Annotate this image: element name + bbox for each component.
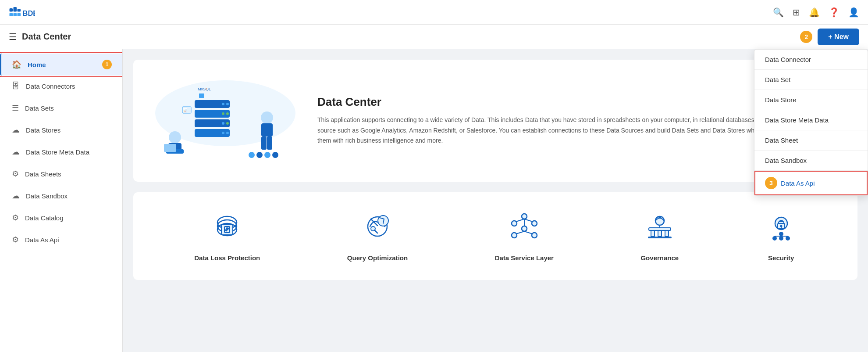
- page-title: Data Center: [22, 32, 71, 42]
- sidebar-label-home: Home: [28, 61, 46, 68]
- svg-text:MySQL: MySQL: [198, 87, 211, 91]
- dropdown-item-data-as-api[interactable]: 3 Data As Api: [754, 171, 868, 195]
- grid-icon[interactable]: ⊞: [793, 7, 800, 18]
- navbar-right: 🔍 ⊞ 🔔 ❓ 👤: [773, 7, 859, 18]
- svg-rect-27: [267, 136, 272, 150]
- sidebar-label-data-sheets: Data Sheets: [25, 170, 61, 178]
- svg-line-57: [516, 219, 524, 222]
- svg-line-56: [524, 219, 533, 222]
- data-service-layer-icon: [509, 211, 540, 247]
- feature-label-query-optimization: Query Optimization: [347, 254, 408, 262]
- search-icon[interactable]: 🔍: [773, 7, 784, 18]
- svg-point-44: [378, 216, 388, 226]
- sidebar-item-data-as-api[interactable]: ⚙ Data As Api: [0, 229, 122, 251]
- svg-point-29: [256, 151, 263, 158]
- svg-point-31: [272, 151, 279, 158]
- dropdown-item-data-set[interactable]: Data Set: [754, 70, 868, 90]
- governance-icon: [644, 211, 675, 247]
- navbar-left: BDB: [9, 4, 35, 20]
- data-store-meta-icon: ☁: [12, 147, 20, 157]
- step3-badge: 3: [765, 177, 777, 189]
- svg-rect-63: [648, 237, 672, 238]
- security-icon: [766, 211, 797, 247]
- sidebar-label-data-connectors: Data Connectors: [26, 83, 75, 90]
- svg-rect-32: [199, 93, 204, 98]
- features-card: Data Loss Protection Query Optimization: [133, 192, 857, 280]
- help-icon[interactable]: ❓: [829, 7, 840, 18]
- sidebar-label-data-catalog: Data Catalog: [25, 214, 64, 222]
- svg-rect-2: [18, 9, 21, 11]
- svg-point-18: [222, 132, 224, 134]
- data-connectors-icon: 🗄: [12, 82, 20, 91]
- sidebar-item-data-store-meta[interactable]: ☁ Data Store Meta Data: [0, 141, 122, 163]
- svg-point-47: [522, 214, 527, 219]
- svg-rect-23: [164, 144, 176, 152]
- svg-point-28: [248, 151, 255, 158]
- svg-rect-26: [261, 136, 267, 150]
- sidebar-item-data-sheets[interactable]: ⚙ Data Sheets: [0, 163, 122, 185]
- svg-rect-61: [658, 230, 662, 237]
- hero-illustration: MySQL f 📊: [151, 74, 300, 168]
- svg-text:📊: 📊: [183, 108, 187, 112]
- svg-line-45: [371, 219, 377, 226]
- svg-rect-0: [10, 8, 13, 12]
- svg-point-13: [226, 103, 229, 105]
- sidebar-label-data-sets: Data Sets: [25, 104, 54, 112]
- sidebar-item-data-sets[interactable]: ☰ Data Sets: [0, 97, 122, 119]
- svg-rect-3: [10, 13, 13, 16]
- sub-header: ☰ Data Center 2 + New: [0, 25, 868, 49]
- user-icon[interactable]: 👤: [848, 7, 859, 18]
- new-button[interactable]: + New: [818, 29, 859, 45]
- main-layout: 🏠 Home 1 🗄 Data Connectors ☰ Data Sets ☁…: [0, 49, 868, 352]
- step2-badge: 2: [800, 31, 812, 43]
- feature-data-loss-protection: Data Loss Protection: [194, 211, 260, 262]
- svg-point-14: [222, 112, 224, 115]
- svg-rect-60: [651, 230, 655, 237]
- feature-security: Security: [766, 211, 797, 262]
- svg-point-15: [226, 112, 229, 115]
- svg-point-42: [226, 227, 228, 230]
- feature-label-governance: Governance: [640, 254, 679, 262]
- feature-query-optimization: Query Optimization: [347, 211, 408, 262]
- hamburger-icon[interactable]: ☰: [9, 32, 17, 42]
- svg-point-16: [222, 122, 224, 125]
- svg-line-55: [524, 231, 533, 234]
- dropdown-item-data-connector[interactable]: Data Connector: [754, 50, 868, 70]
- svg-point-68: [786, 236, 790, 241]
- dropdown-item-data-sandbox[interactable]: Data Sandbox: [754, 151, 868, 171]
- sub-header-left: ☰ Data Center: [9, 32, 71, 42]
- sidebar-label-data-stores: Data Stores: [26, 126, 60, 134]
- dropdown-item-data-sheet[interactable]: Data Sheet: [754, 130, 868, 151]
- sidebar-item-data-catalog[interactable]: ⚙ Data Catalog: [0, 207, 122, 229]
- svg-point-69: [779, 236, 783, 241]
- sidebar-item-data-sandbox[interactable]: ☁ Data Sandbox: [0, 185, 122, 207]
- top-navbar: BDB 🔍 ⊞ 🔔 ❓ 👤: [0, 0, 868, 25]
- svg-text:BDB: BDB: [23, 9, 36, 17]
- svg-point-12: [222, 103, 224, 105]
- data-sheets-icon: ⚙: [12, 169, 19, 179]
- new-dropdown-menu: Data Connector Data Set Data Store Data …: [754, 49, 868, 196]
- app-logo[interactable]: BDB: [9, 4, 35, 20]
- data-as-api-icon: ⚙: [12, 235, 19, 244]
- bell-icon[interactable]: 🔔: [809, 7, 820, 18]
- data-sets-icon: ☰: [12, 103, 19, 113]
- data-sandbox-icon: ☁: [12, 191, 20, 201]
- svg-point-17: [226, 122, 229, 125]
- hero-card: MySQL f 📊 Data Center This application s…: [133, 60, 857, 182]
- sidebar-item-home[interactable]: 🏠 Home 1: [0, 54, 122, 75]
- data-as-api-badge-container: 3 Data As Api: [765, 177, 815, 189]
- data-loss-protection-icon: [212, 211, 242, 247]
- dropdown-item-data-store[interactable]: Data Store: [754, 90, 868, 110]
- sub-header-right: 2 + New: [800, 29, 859, 45]
- svg-rect-25: [261, 123, 273, 136]
- sidebar-item-data-stores[interactable]: ☁ Data Stores: [0, 119, 122, 141]
- svg-point-30: [264, 151, 271, 158]
- feature-governance: Governance: [640, 211, 679, 262]
- step1-badge: 1: [102, 60, 112, 69]
- sidebar-label-data-as-api: Data As Api: [25, 236, 59, 244]
- svg-point-49: [522, 226, 527, 231]
- dropdown-item-data-store-meta[interactable]: Data Store Meta Data: [754, 110, 868, 130]
- svg-rect-1: [14, 7, 17, 12]
- feature-data-service-layer: Data Service Layer: [495, 211, 554, 262]
- sidebar-item-data-connectors[interactable]: 🗄 Data Connectors: [0, 75, 122, 97]
